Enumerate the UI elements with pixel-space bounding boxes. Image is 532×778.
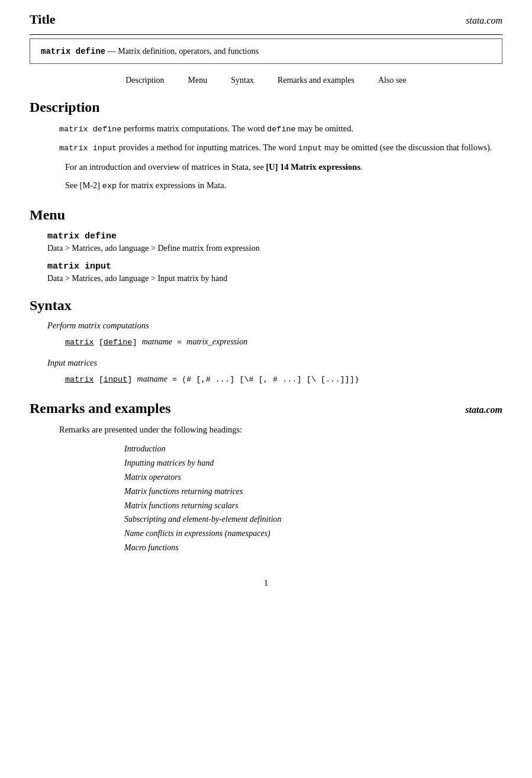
desc-para-1: matrix define performs matrix computatio… [59, 122, 502, 135]
page-header: Title stata.com [30, 12, 502, 27]
title-command-mono: matrix define [41, 47, 105, 56]
header-brand: stata.com [466, 15, 502, 26]
list-item: Inputting matrices by hand [124, 456, 502, 470]
remarks-brand: stata.com [465, 405, 502, 415]
menu-subheading-1: matrix define [47, 231, 502, 241]
title-description: Matrix definition, operators, and functi… [118, 47, 259, 56]
syntax-input: input [104, 375, 128, 384]
page-number: 1 [30, 579, 502, 588]
list-item: Matrix functions returning matrices [124, 485, 502, 499]
nav-menu[interactable]: Menu [188, 76, 208, 85]
nav-remarks[interactable]: Remarks and examples [278, 76, 354, 85]
syntax-label-1: Perform matrix computations [47, 321, 502, 331]
header-divider [30, 34, 502, 35]
desc-para-2: matrix input provides a method for input… [59, 141, 502, 154]
remarks-intro: Remarks are presented under the followin… [59, 424, 502, 437]
menu-path-2: Data > Matrices, ado language > Input ma… [47, 274, 502, 283]
syntax-line-2: matrix [input] matname = (# [,# ...] [\#… [65, 373, 502, 386]
syntax-heading: Syntax [30, 298, 502, 314]
list-item: Name conflicts in expressions (namespace… [124, 527, 502, 541]
list-item: Matrix functions returning scalars [124, 499, 502, 513]
nav-links: Description Menu Syntax Remarks and exam… [30, 76, 502, 85]
menu-path-1: Data > Matrices, ado language > Define m… [47, 244, 502, 253]
title-separator: — [105, 47, 118, 56]
desc-code-exp: exp [102, 182, 117, 191]
syntax-section: Syntax Perform matrix computations matri… [30, 298, 502, 386]
desc-code-1: matrix define [59, 125, 121, 134]
desc-code-4: input [298, 144, 323, 153]
nav-also-see[interactable]: Also see [378, 76, 407, 85]
remarks-heading-text: Remarks and examples [30, 401, 171, 417]
desc-code-3: matrix input [59, 144, 117, 153]
title-box: matrix define — Matrix definition, opera… [30, 38, 502, 64]
syntax-matname-1: matname [142, 337, 172, 346]
syntax-matrix-1: matrix [65, 338, 94, 347]
desc-para-4: See [M-2] exp for matrix expressions in … [65, 179, 502, 192]
list-item: Subscripting and element-by-element defi… [124, 512, 502, 527]
syntax-label-2: Input matrices [47, 358, 502, 368]
remarks-section: Remarks and examples stata.com Remarks a… [30, 401, 502, 555]
syntax-line-1: matrix [define] matname = matrix_express… [65, 335, 502, 349]
description-heading: Description [30, 99, 502, 115]
list-item: Matrix operators [124, 470, 502, 485]
syntax-matrix-2: matrix [65, 375, 94, 384]
menu-section: Menu matrix define Data > Matrices, ado … [30, 207, 502, 283]
description-section: Description matrix define performs matri… [30, 99, 502, 193]
menu-subheading-2: matrix input [47, 262, 502, 272]
menu-heading: Menu [30, 207, 502, 223]
syntax-matrix-expr: matrix_expression [186, 337, 247, 346]
nav-description[interactable]: Description [125, 76, 164, 85]
list-item: Introduction [124, 442, 502, 456]
desc-code-2: define [267, 125, 296, 134]
desc-para-3: For an introduction and overview of matr… [65, 161, 502, 174]
remarks-heading: Remarks and examples stata.com [30, 401, 502, 417]
remarks-list: Introduction Inputting matrices by hand … [124, 442, 502, 554]
page-title: Title [30, 12, 56, 27]
syntax-define: define [104, 338, 133, 347]
nav-syntax[interactable]: Syntax [231, 76, 254, 85]
syntax-matname-2: matname [137, 375, 167, 383]
xref-u14: [U] 14 Matrix expressions [266, 162, 360, 172]
title-box-command: matrix define — Matrix definition, opera… [41, 47, 259, 56]
list-item: Macro functions [124, 541, 502, 555]
